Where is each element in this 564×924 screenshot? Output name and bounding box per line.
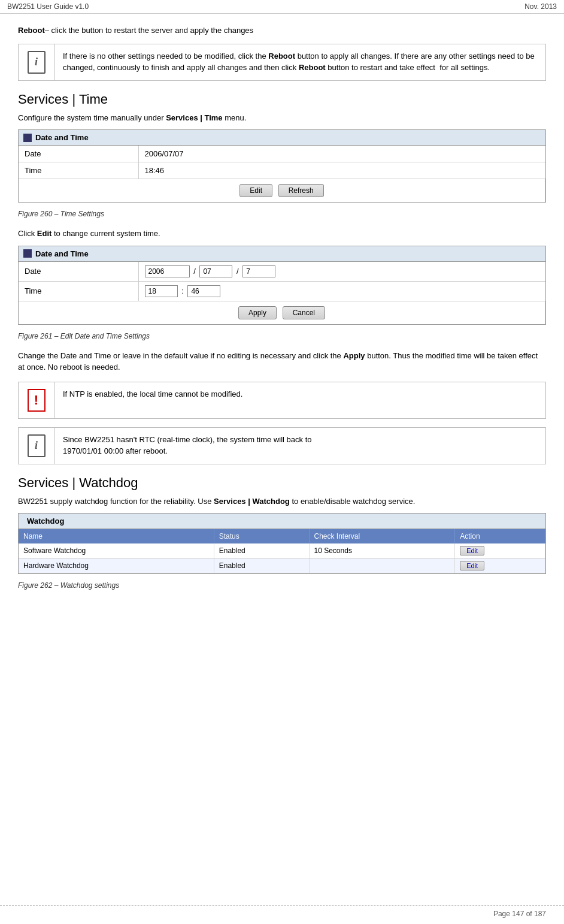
hw-watchdog-name: Hardware Watchdog — [19, 558, 214, 573]
time-row: Time 18:46 — [19, 162, 545, 179]
hw-watchdog-interval — [309, 558, 455, 573]
date-slash2: / — [236, 267, 239, 276]
reboot-description: – click the button to restart the server… — [45, 26, 253, 35]
table-row: Software Watchdog Enabled 10 Seconds Edi… — [19, 543, 545, 558]
watchdog-table-head: Name Status Check Interval Action — [19, 529, 545, 543]
time-value: 18:46 — [138, 162, 545, 179]
page-footer: Page 147 of 187 — [0, 905, 564, 918]
change-desc-text: Change the Date and Time or leave in the… — [18, 350, 546, 373]
date-time-edit-panel-title: Date and Time — [35, 249, 89, 258]
reboot-title: Reboot — [18, 26, 45, 35]
info-icon: i — [19, 44, 54, 80]
services-watchdog-title: Services | Watchdog — [18, 475, 546, 491]
col-interval: Check Interval — [309, 529, 455, 543]
warning-icon: ! — [19, 382, 54, 418]
sw-watchdog-name: Software Watchdog — [19, 543, 214, 558]
fig262-caption: Figure 262 – Watchdog settings — [18, 580, 546, 591]
refresh-button[interactable]: Refresh — [278, 184, 324, 197]
reboot-note-box: i If there is no other settings needed t… — [18, 44, 546, 81]
services-time-title: Services | Time — [18, 92, 546, 107]
edit-intro-text: Click Edit to change current system time… — [18, 228, 546, 240]
cancel-button[interactable]: Cancel — [283, 306, 325, 319]
panel-icon — [23, 134, 32, 142]
watchdog-table: Name Status Check Interval Action Softwa… — [19, 529, 545, 573]
time-edit-fields: : — [138, 281, 545, 301]
header-right: Nov. 2013 — [524, 2, 557, 11]
date-time-view-panel: Date and Time Date 2006/07/07 Time 18:46… — [18, 129, 546, 203]
date-time-view-panel-title: Date and Time — [35, 133, 89, 142]
date-value: 2006/07/07 — [138, 146, 545, 162]
watchdog-header-row: Name Status Check Interval Action — [19, 529, 545, 543]
date-month-input[interactable] — [199, 265, 232, 277]
date-edit-label: Date — [19, 262, 138, 282]
sw-watchdog-interval: 10 Seconds — [309, 543, 455, 558]
time-hour-input[interactable] — [145, 285, 178, 297]
time-label: Time — [19, 162, 138, 179]
info-icon-2: i — [19, 428, 54, 464]
col-name: Name — [19, 529, 214, 543]
watchdog-panel: Watchdog Name Status Check Interval Acti… — [18, 513, 546, 574]
table-row: Hardware Watchdog Enabled Edit — [19, 558, 545, 573]
hw-watchdog-action: Edit — [455, 558, 545, 573]
reboot-note-text: If there is no other settings needed to … — [54, 44, 545, 80]
time-min-input[interactable] — [187, 285, 220, 297]
panel-icon-edit — [23, 249, 32, 258]
page-header: BW2251 User Guide v1.0 Nov. 2013 — [0, 0, 564, 14]
date-row: Date 2006/07/07 — [19, 146, 545, 162]
warning-note-box: ! If NTP is enabled, the local time cann… — [18, 382, 546, 419]
date-edit-row: Date / / — [19, 262, 545, 282]
footer-text: Page 147 of 187 — [493, 910, 546, 918]
date-label: Date — [19, 146, 138, 162]
hw-edit-button[interactable]: Edit — [460, 561, 484, 570]
info-note-box: i Since BW2251 hasn't RTC (real-time clo… — [18, 427, 546, 464]
fig261-caption: Figure 261 – Edit Date and Time Settings — [18, 331, 546, 342]
time-edit-label: Time — [19, 281, 138, 301]
services-time-intro: Configure the system time manually under… — [18, 112, 546, 124]
info-note-text: Since BW2251 hasn't RTC (real-time clock… — [54, 428, 320, 464]
watchdog-table-body: Software Watchdog Enabled 10 Seconds Edi… — [19, 543, 545, 573]
watchdog-panel-title: Watchdog — [27, 517, 64, 526]
watchdog-panel-header: Watchdog — [19, 514, 545, 529]
time-edit-row: Time : — [19, 281, 545, 301]
date-time-edit-table: Date / / Time : — [19, 262, 545, 324]
sw-edit-button[interactable]: Edit — [460, 546, 484, 555]
services-watchdog-intro: BW2251 supply watchdog function for the … — [18, 496, 546, 508]
edit-button-row: Apply Cancel — [19, 301, 545, 324]
fig260-caption: Figure 260 – Time Settings — [18, 209, 546, 219]
warning-note-text: If NTP is enabled, the local time cannot… — [54, 382, 251, 418]
hw-watchdog-status: Enabled — [214, 558, 309, 573]
col-action: Action — [455, 529, 545, 543]
date-edit-fields: / / — [138, 262, 545, 282]
sw-watchdog-status: Enabled — [214, 543, 309, 558]
date-slash1: / — [193, 267, 196, 276]
header-left: BW2251 User Guide v1.0 — [7, 2, 89, 11]
sw-watchdog-action: Edit — [455, 543, 545, 558]
date-year-input[interactable] — [145, 265, 190, 277]
apply-button[interactable]: Apply — [238, 306, 277, 319]
date-day-input[interactable] — [242, 265, 275, 277]
date-time-view-table: Date 2006/07/07 Time 18:46 Edit Refresh — [19, 146, 545, 202]
date-time-view-header: Date and Time — [19, 130, 545, 146]
edit-button[interactable]: Edit — [239, 184, 272, 197]
col-status: Status — [214, 529, 309, 543]
date-time-edit-header: Date and Time — [19, 246, 545, 262]
date-time-edit-panel: Date and Time Date / / Time — [18, 246, 546, 325]
view-button-row: Edit Refresh — [19, 179, 545, 203]
time-colon: : — [181, 286, 184, 295]
